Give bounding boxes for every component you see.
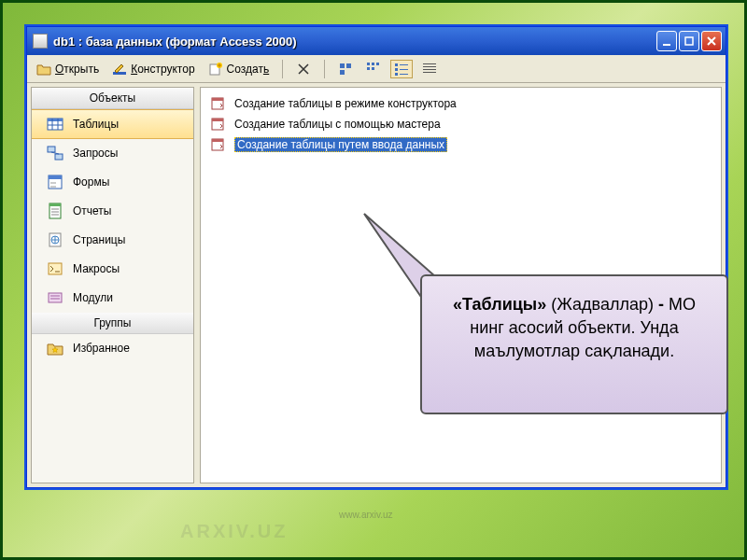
table-icon bbox=[47, 116, 63, 133]
sidebar-item-label: Запросы bbox=[73, 147, 118, 160]
svg-rect-35 bbox=[49, 203, 61, 206]
design-icon bbox=[112, 62, 127, 77]
close-button[interactable] bbox=[701, 31, 722, 51]
list-view-button[interactable] bbox=[390, 60, 413, 78]
separator bbox=[324, 60, 325, 78]
sidebar-item-label: Страницы bbox=[73, 233, 125, 246]
window-icon bbox=[33, 34, 48, 49]
large-icons-icon bbox=[338, 62, 353, 77]
wizard-icon bbox=[210, 137, 225, 152]
list-item[interactable]: Создание таблицы в режиме конструктора bbox=[204, 93, 717, 114]
sidebar-item-label: Таблицы bbox=[73, 118, 119, 131]
svg-rect-13 bbox=[395, 63, 398, 66]
watermark-small: www.arxiv.uz bbox=[339, 510, 393, 520]
module-icon bbox=[47, 289, 63, 306]
sidebar-item-label: Формы bbox=[73, 175, 109, 189]
svg-rect-1 bbox=[685, 37, 693, 45]
watermark: ARXIV.UZ bbox=[180, 521, 289, 542]
svg-rect-18 bbox=[400, 74, 408, 75]
svg-rect-16 bbox=[400, 64, 408, 65]
wizard-icon bbox=[210, 117, 225, 132]
details-icon bbox=[422, 62, 437, 77]
svg-rect-41 bbox=[49, 263, 62, 274]
callout-box: «Таблицы» (Жадваллар) - МО нинг асосий о… bbox=[420, 274, 728, 414]
sidebar-item-queries[interactable]: Запросы bbox=[32, 139, 193, 168]
svg-rect-32 bbox=[50, 182, 56, 184]
toolbar: Открыть Конструктор Создать bbox=[27, 55, 726, 83]
large-icons-button[interactable] bbox=[334, 60, 357, 78]
sidebar-item-label: Отчеты bbox=[73, 204, 111, 217]
svg-rect-50 bbox=[212, 139, 223, 142]
sidebar-header-objects[interactable]: Объекты bbox=[32, 88, 193, 109]
sidebar: Объекты Таблицы Запросы Формы bbox=[31, 87, 194, 483]
page-icon bbox=[47, 231, 63, 248]
sidebar-item-macros[interactable]: Макросы bbox=[32, 255, 193, 284]
sidebar-item-tables[interactable]: Таблицы bbox=[32, 109, 193, 139]
svg-rect-7 bbox=[340, 70, 345, 75]
details-view-button[interactable] bbox=[418, 60, 441, 78]
design-label: Конструктор bbox=[131, 63, 194, 76]
form-icon bbox=[47, 174, 63, 190]
svg-rect-2 bbox=[113, 72, 126, 75]
wizard-icon bbox=[210, 96, 225, 111]
svg-rect-10 bbox=[367, 67, 370, 70]
sidebar-item-forms[interactable]: Формы bbox=[32, 168, 193, 197]
list-icon bbox=[394, 62, 409, 77]
svg-rect-12 bbox=[376, 63, 379, 65]
list-item-label: Создание таблицы с помощью мастера bbox=[234, 118, 441, 131]
query-icon bbox=[47, 145, 63, 161]
list-item[interactable]: Создание таблицы с помощью мастера bbox=[204, 114, 717, 134]
list-item-label: Создание таблицы в режиме конструктора bbox=[234, 97, 457, 110]
open-button[interactable]: Открыть bbox=[33, 60, 103, 78]
callout-text: (Жадваллар) bbox=[546, 295, 658, 314]
open-label: Открыть bbox=[55, 63, 99, 76]
sidebar-item-label: Макросы bbox=[73, 262, 120, 275]
list-item[interactable]: Создание таблицы путем ввода данных bbox=[204, 134, 717, 155]
sidebar-item-modules[interactable]: Модули bbox=[32, 284, 193, 313]
svg-rect-42 bbox=[49, 293, 62, 302]
svg-rect-20 bbox=[423, 66, 436, 67]
svg-rect-21 bbox=[423, 69, 436, 70]
svg-rect-6 bbox=[346, 63, 351, 68]
separator bbox=[282, 60, 283, 78]
small-icons-icon bbox=[366, 62, 381, 77]
favorites-icon bbox=[47, 340, 63, 357]
svg-rect-11 bbox=[372, 67, 374, 70]
svg-rect-9 bbox=[372, 63, 374, 65]
sidebar-item-pages[interactable]: Страницы bbox=[32, 226, 193, 255]
svg-rect-28 bbox=[48, 147, 55, 152]
svg-rect-46 bbox=[212, 98, 223, 101]
callout-bold: «Таблицы» bbox=[453, 295, 546, 314]
sidebar-item-reports[interactable]: Отчеты bbox=[32, 197, 193, 226]
open-icon bbox=[36, 62, 51, 77]
design-button[interactable]: Конструктор bbox=[108, 60, 198, 78]
create-button[interactable]: Создать bbox=[204, 60, 274, 78]
svg-rect-17 bbox=[400, 69, 408, 70]
window-title: db1 : база данных (формат Access 2000) bbox=[53, 35, 656, 49]
sidebar-item-favorites[interactable]: Избранное bbox=[32, 334, 193, 363]
svg-rect-5 bbox=[340, 63, 345, 68]
create-icon bbox=[208, 62, 223, 77]
list-item-label: Создание таблицы путем ввода данных bbox=[234, 137, 447, 152]
svg-rect-22 bbox=[423, 72, 436, 73]
svg-rect-24 bbox=[48, 119, 63, 121]
svg-rect-33 bbox=[50, 186, 56, 188]
titlebar: db1 : база данных (формат Access 2000) bbox=[27, 27, 726, 55]
sidebar-header-groups[interactable]: Группы bbox=[32, 313, 193, 334]
sidebar-item-label: Модули bbox=[73, 291, 113, 304]
svg-rect-31 bbox=[49, 175, 62, 179]
small-icons-button[interactable] bbox=[362, 60, 385, 78]
main-pane: Создание таблицы в режиме конструктора С… bbox=[200, 87, 722, 483]
svg-rect-48 bbox=[212, 119, 223, 121]
delete-icon bbox=[296, 62, 311, 77]
report-icon bbox=[47, 203, 63, 219]
delete-button[interactable] bbox=[292, 60, 315, 78]
svg-rect-14 bbox=[395, 68, 398, 71]
maximize-button[interactable] bbox=[679, 31, 699, 51]
svg-rect-29 bbox=[55, 154, 63, 160]
svg-rect-8 bbox=[367, 63, 370, 65]
svg-rect-0 bbox=[663, 44, 670, 46]
database-window: db1 : база данных (формат Access 2000) О… bbox=[26, 26, 726, 488]
create-label: Создать bbox=[227, 63, 270, 76]
minimize-button[interactable] bbox=[656, 31, 677, 51]
